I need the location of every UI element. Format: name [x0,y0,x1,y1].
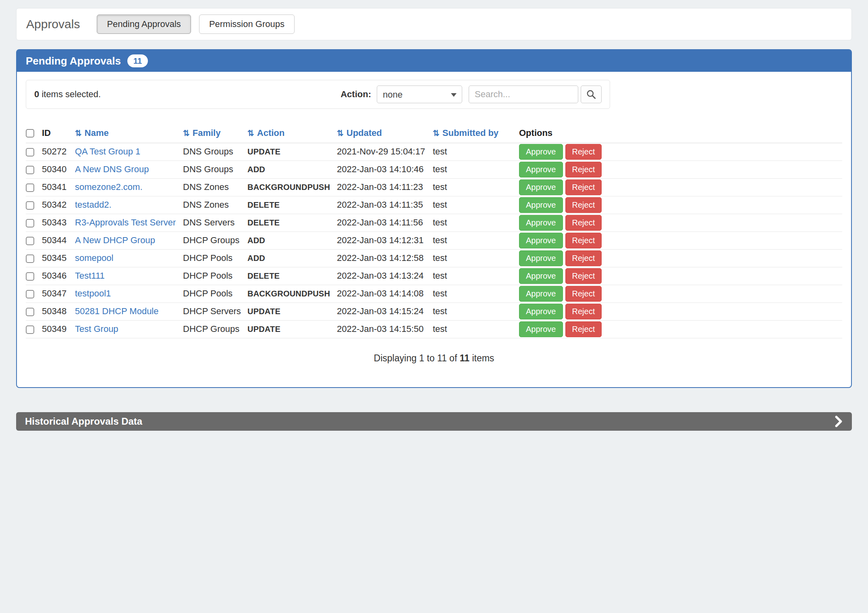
chevron-right-icon [834,415,843,427]
action-select-wrap: none [377,85,462,103]
row-checkbox[interactable] [26,325,34,334]
panel-body: 0 items selected. Action: none [17,72,851,387]
approve-button[interactable]: Approve [519,286,563,302]
row-updated: 2022-Jan-03 14:12:31 [337,231,433,249]
row-checkbox[interactable] [26,272,34,281]
approve-button[interactable]: Approve [519,179,563,195]
select-all-checkbox[interactable] [26,129,34,138]
search-button[interactable] [581,85,602,103]
table-footer: Displaying 1 to 11 of 11 items [26,353,842,364]
row-name-link[interactable]: QA Test Group 1 [75,146,140,156]
table-body: 50272QA Test Group 1DNS GroupsUPDATE2021… [26,143,842,338]
row-submitted-by: test [433,231,519,249]
row-family: DHCP Pools [183,285,247,302]
panel-header: Pending Approvals 11 [17,50,851,72]
row-id: 50349 [42,320,75,338]
row-checkbox[interactable] [26,237,34,245]
row-action: BACKGROUNDPUSH [247,289,330,298]
approve-button[interactable]: Approve [519,268,563,284]
row-name-link[interactable]: 50281 DHCP Module [75,306,159,316]
tab-permission-groups[interactable]: Permission Groups [199,15,295,34]
row-submitted-by: test [433,214,519,231]
approve-button[interactable]: Approve [519,162,563,177]
row-updated: 2022-Jan-03 14:11:23 [337,178,433,196]
search-input[interactable] [469,85,578,103]
table-row: 50344A New DHCP GroupDHCP GroupsADD2022-… [26,231,842,249]
row-name-link[interactable]: A New DHCP Group [75,235,155,245]
row-id: 50347 [42,285,75,302]
row-checkbox[interactable] [26,290,34,298]
row-name-link[interactable]: testadd2. [75,200,112,210]
header-family[interactable]: ⇅Family [183,123,247,143]
row-id: 50343 [42,214,75,231]
table-toolbar: 0 items selected. Action: none [26,80,610,109]
row-family: DHCP Servers [183,302,247,320]
tab-pending-approvals[interactable]: Pending Approvals [97,15,191,34]
row-checkbox[interactable] [26,308,34,316]
row-family: DNS Groups [183,161,247,178]
row-updated: 2021-Nov-29 15:04:17 [337,143,433,161]
action-label: Action: [341,89,371,100]
approve-button[interactable]: Approve [519,197,563,213]
reject-button[interactable]: Reject [565,215,602,231]
header-action[interactable]: ⇅Action [247,123,337,143]
row-id: 50272 [42,143,75,161]
row-name-link[interactable]: Test111 [75,271,105,281]
row-family: DHCP Groups [183,231,247,249]
row-submitted-by: test [433,196,519,214]
row-checkbox[interactable] [26,201,34,210]
table-row: 50340A New DNS GroupDNS GroupsADD2022-Ja… [26,161,842,178]
row-action: ADD [247,165,265,174]
row-action: ADD [247,254,265,263]
approve-button[interactable]: Approve [519,215,563,231]
row-name-link[interactable]: A New DNS Group [75,164,149,174]
reject-button[interactable]: Reject [565,250,602,266]
reject-button[interactable]: Reject [565,144,602,160]
search-icon [586,89,596,100]
table-row: 50343R3-Approvals Test ServerDNS Servers… [26,214,842,231]
footer-suffix: items [472,353,494,363]
reject-button[interactable]: Reject [565,233,602,248]
header-updated[interactable]: ⇅Updated [337,123,433,143]
historical-approvals-bar[interactable]: Historical Approvals Data [16,412,852,431]
reject-button[interactable]: Reject [565,197,602,213]
reject-button[interactable]: Reject [565,304,602,319]
row-updated: 2022-Jan-03 14:15:24 [337,302,433,320]
table-row: 50342testadd2.DNS ZonesDELETE2022-Jan-03… [26,196,842,214]
header-name[interactable]: ⇅Name [75,123,183,143]
header-submitted-by[interactable]: ⇅Submitted by [433,123,519,143]
row-name-link[interactable]: somepool [75,253,113,263]
reject-button[interactable]: Reject [565,286,602,302]
approve-button[interactable]: Approve [519,250,563,266]
reject-button[interactable]: Reject [565,321,602,337]
row-id: 50341 [42,178,75,196]
row-action: DELETE [247,218,280,227]
row-name-link[interactable]: somezone2.com. [75,182,143,192]
row-submitted-by: test [433,143,519,161]
row-updated: 2022-Jan-03 14:13:24 [337,267,433,285]
table-row: 50346Test111DHCP PoolsDELETE2022-Jan-03 … [26,267,842,285]
row-checkbox[interactable] [26,148,34,156]
row-checkbox[interactable] [26,183,34,192]
sort-icon: ⇅ [75,129,82,138]
reject-button[interactable]: Reject [565,268,602,284]
row-checkbox[interactable] [26,254,34,263]
row-checkbox[interactable] [26,219,34,227]
approve-button[interactable]: Approve [519,144,563,160]
row-id: 50348 [42,302,75,320]
reject-button[interactable]: Reject [565,162,602,177]
row-family: DNS Servers [183,214,247,231]
approve-button[interactable]: Approve [519,304,563,319]
approve-button[interactable]: Approve [519,233,563,248]
row-name-link[interactable]: testpool1 [75,288,111,298]
action-select[interactable]: none [377,85,462,103]
row-name-link[interactable]: Test Group [75,324,118,334]
row-checkbox[interactable] [26,166,34,174]
reject-button[interactable]: Reject [565,179,602,195]
row-name-link[interactable]: R3-Approvals Test Server [75,217,176,227]
row-action: UPDATE [247,307,280,316]
row-family: DNS Zones [183,178,247,196]
row-id: 50342 [42,196,75,214]
row-id: 50340 [42,161,75,178]
approve-button[interactable]: Approve [519,321,563,337]
